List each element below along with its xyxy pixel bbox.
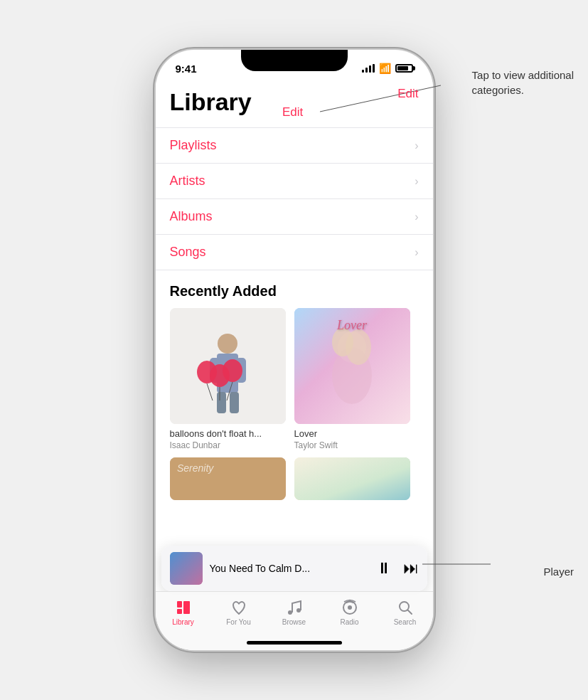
svg-rect-23	[177, 601, 182, 608]
songs-label: Songs	[170, 245, 206, 260]
album-name-lover: Lover	[294, 428, 410, 439]
pause-button[interactable]: ⏸	[376, 559, 392, 578]
screen: Edit Library Playlists › Artists › Album…	[156, 81, 433, 650]
signal-bars-icon	[362, 64, 375, 73]
album-name-balloons: balloons don't float h...	[170, 428, 286, 439]
chevron-right-icon: ›	[415, 139, 418, 152]
balloons-artwork	[170, 308, 286, 424]
albums-label: Albums	[170, 209, 213, 224]
partial-album-art-2	[294, 457, 410, 500]
library-icon	[175, 599, 192, 616]
chevron-right-icon: ›	[415, 211, 418, 223]
library-item-songs[interactable]: Songs ›	[156, 235, 433, 270]
svg-rect-5	[217, 392, 226, 413]
chevron-right-icon: ›	[415, 246, 418, 259]
home-indicator	[247, 641, 342, 645]
mini-player[interactable]: You Need To Calm D... ⏸ ⏭	[161, 546, 427, 591]
skip-forward-button[interactable]: ⏭	[403, 559, 419, 578]
tab-search-label: Search	[394, 618, 417, 626]
status-icons: 📶	[362, 57, 413, 74]
callout-edit-label: Edit	[282, 105, 303, 120]
notch	[241, 50, 348, 71]
tab-library-label: Library	[172, 618, 194, 626]
lover-artwork: Lover	[294, 308, 410, 424]
mini-player-art	[170, 552, 203, 585]
partial-album-art-1: Serenity	[170, 457, 286, 500]
tab-for-you-label: For You	[226, 618, 250, 626]
svg-line-31	[407, 610, 412, 615]
svg-text:Serenity: Serenity	[177, 462, 214, 474]
artists-label: Artists	[170, 174, 205, 189]
svg-point-29	[348, 605, 352, 610]
svg-rect-25	[183, 601, 190, 614]
album-art-balloons	[170, 308, 286, 424]
wifi-icon: 📶	[379, 63, 391, 74]
album-grid-row2: Serenity	[156, 450, 433, 500]
edit-button[interactable]: Edit	[397, 87, 418, 101]
playlists-label: Playlists	[170, 138, 217, 153]
tab-radio[interactable]: Radio	[328, 599, 371, 626]
svg-rect-6	[230, 392, 239, 413]
album-art-lover: Lover	[294, 308, 410, 424]
callout-tap-text: Tap to view additional categories.	[472, 69, 574, 96]
library-item-albums[interactable]: Albums ›	[156, 199, 433, 235]
svg-text:Lover: Lover	[336, 318, 368, 332]
search-icon	[397, 599, 414, 616]
library-list: Playlists › Artists › Albums › Songs ›	[156, 127, 433, 270]
mini-player-controls: ⏸ ⏭	[376, 559, 419, 578]
library-item-artists[interactable]: Artists ›	[156, 164, 433, 199]
svg-rect-22	[170, 552, 203, 585]
tab-browse-label: Browse	[282, 618, 306, 626]
album-item-balloons[interactable]: balloons don't float h... Isaac Dunbar	[170, 308, 286, 450]
album-grid: balloons don't float h... Isaac Dunbar	[156, 308, 433, 450]
callout-player-text: Player	[543, 566, 574, 578]
svg-point-26	[288, 610, 292, 615]
svg-point-1	[218, 334, 237, 354]
svg-rect-24	[177, 609, 182, 614]
tab-search[interactable]: Search	[384, 599, 427, 626]
album-item-lover[interactable]: Lover Lover Taylor Swift	[294, 308, 410, 450]
album-artist-balloons: Isaac Dunbar	[170, 440, 286, 450]
page-title: Library	[156, 81, 433, 127]
album-partial-1[interactable]: Serenity	[170, 457, 286, 500]
battery-icon	[395, 64, 413, 73]
recently-added-title: Recently Added	[156, 270, 433, 308]
callout-tap: Tap to view additional categories.	[472, 68, 574, 97]
svg-point-9	[223, 359, 242, 382]
album-partial-2[interactable]	[294, 457, 410, 500]
svg-point-17	[346, 329, 371, 365]
svg-rect-21	[294, 457, 410, 500]
status-time: 9:41	[176, 57, 197, 75]
tab-radio-label: Radio	[340, 618, 358, 626]
callout-edit-text: Edit	[282, 105, 303, 119]
mini-player-title: You Need To Calm D...	[203, 563, 376, 574]
svg-point-27	[296, 608, 301, 612]
phone-frame: 9:41 📶 Edit Library Playlists ›	[156, 50, 433, 650]
chevron-right-icon: ›	[415, 175, 418, 188]
radio-icon	[341, 599, 358, 616]
browse-icon	[286, 599, 303, 616]
for-you-icon	[230, 599, 247, 616]
tab-browse[interactable]: Browse	[273, 599, 316, 626]
now-playing-art	[170, 552, 203, 585]
callout-player: Player	[543, 564, 574, 579]
library-item-playlists[interactable]: Playlists ›	[156, 128, 433, 164]
tab-for-you[interactable]: For You	[218, 599, 260, 626]
album-artist-lover: Taylor Swift	[294, 440, 410, 450]
tab-library[interactable]: Library	[162, 599, 205, 626]
